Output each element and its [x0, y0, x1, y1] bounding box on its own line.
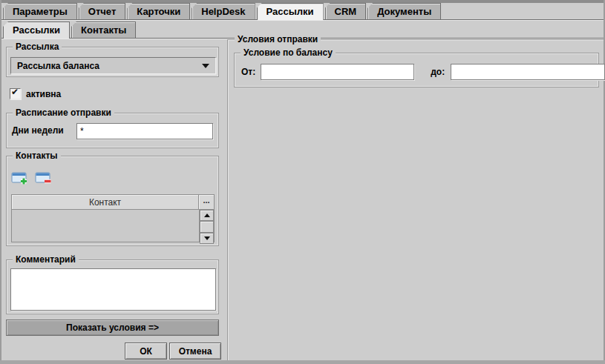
balance-condition-group: Условие по балансу От: до:	[234, 53, 599, 87]
send-conditions-group: Условия отправки Условие по балансу От: …	[227, 39, 604, 360]
to-label: до:	[431, 67, 445, 77]
ok-button[interactable]: ОК	[125, 343, 167, 360]
scrollbar-thumb[interactable]	[200, 221, 214, 233]
contacts-table-body	[12, 210, 214, 242]
comment-textarea[interactable]	[10, 268, 216, 311]
active-checkbox-row: ✔ активна	[10, 88, 61, 99]
balance-from-input[interactable]	[261, 64, 414, 80]
mailing-group: Рассылка Рассылка баланса	[6, 47, 219, 77]
tab-dokumenty[interactable]: Документы	[367, 3, 441, 19]
checkmark-icon: ✔	[11, 87, 19, 97]
contacts-table: Контакт ...	[11, 194, 215, 242]
contacts-scrollbar	[199, 210, 214, 242]
balance-condition-title: Условие по балансу	[241, 47, 336, 59]
weekdays-input[interactable]	[76, 123, 213, 139]
primary-tabbar: Параметры Отчет Карточки HelpDesk Рассыл…	[1, 3, 604, 20]
mailing-combobox-value: Рассылка баланса	[17, 61, 99, 71]
tab-kartochki[interactable]: Карточки	[127, 3, 190, 19]
contacts-table-rows[interactable]	[12, 210, 199, 242]
contacts-group: Контакты Контакт ...	[6, 156, 219, 246]
column-options-button[interactable]: ...	[199, 195, 214, 210]
mailing-combobox[interactable]: Рассылка баланса	[10, 57, 216, 74]
mailing-group-title: Рассылка	[13, 42, 62, 53]
from-label: От:	[241, 67, 255, 77]
contacts-table-header: Контакт ...	[12, 195, 214, 210]
chevron-down-icon	[202, 64, 209, 68]
mailing-settings-window: Параметры Отчет Карточки HelpDesk Рассыл…	[0, 0, 605, 364]
subtab-rassylki[interactable]: Рассылки	[3, 21, 70, 39]
balance-range-row: От: до:	[241, 64, 592, 80]
weekdays-label: Дни недели	[12, 125, 64, 136]
tab-crm[interactable]: CRM	[325, 3, 367, 19]
scroll-down-button[interactable]	[200, 233, 214, 244]
active-checkbox[interactable]: ✔	[10, 88, 21, 99]
comment-group-title: Комментарий	[13, 254, 79, 265]
window-remove-icon	[35, 171, 53, 187]
contact-column-header[interactable]: Контакт	[12, 195, 199, 210]
tab-otchet[interactable]: Отчет	[79, 3, 125, 19]
balance-to-input[interactable]	[451, 64, 605, 80]
add-contact-button[interactable]	[10, 171, 30, 187]
window-frame-bottom	[0, 360, 605, 364]
comment-group: Комментарий	[6, 259, 219, 314]
show-conditions-button[interactable]: Показать условия =>	[6, 320, 219, 336]
tab-helpdesk[interactable]: HelpDesk	[192, 3, 255, 19]
contacts-group-title: Контакты	[13, 150, 61, 162]
send-conditions-title: Условия отправки	[235, 34, 321, 45]
triangle-down-icon	[204, 236, 210, 240]
schedule-group-title: Расписание отправки	[13, 107, 114, 119]
remove-contact-button[interactable]	[34, 171, 53, 187]
window-frame-left	[0, 0, 1, 364]
tab-parametry[interactable]: Параметры	[3, 3, 77, 19]
tab-rassylki[interactable]: Рассылки	[257, 3, 324, 20]
scroll-up-button[interactable]	[200, 210, 214, 221]
cancel-button[interactable]: Отмена	[169, 343, 221, 360]
subtab-kontakty[interactable]: Контакты	[71, 21, 136, 38]
triangle-up-icon	[204, 214, 210, 217]
window-add-icon	[11, 171, 29, 187]
schedule-group: Расписание отправки Дни недели	[6, 113, 219, 148]
active-checkbox-label: активна	[26, 89, 61, 99]
